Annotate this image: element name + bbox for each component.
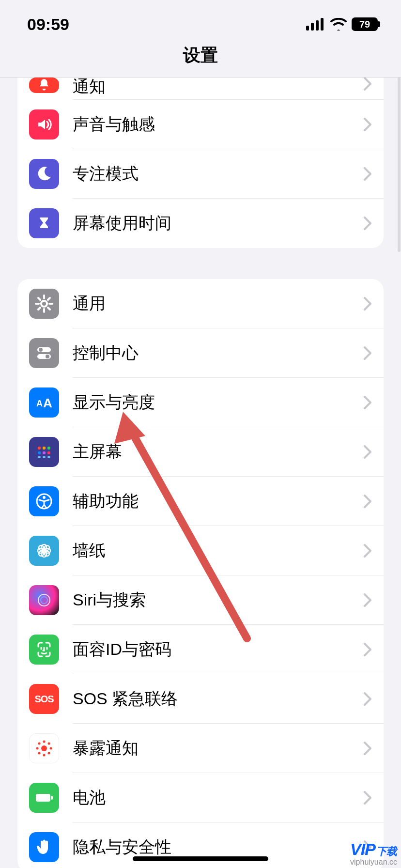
row-sounds[interactable]: 声音与触感	[17, 100, 384, 149]
gear-icon	[29, 289, 59, 319]
svg-point-49	[48, 743, 50, 745]
row-battery[interactable]: 电池	[17, 773, 384, 822]
chevron-right-icon	[363, 296, 372, 311]
svg-point-39	[38, 594, 50, 606]
chevron-right-icon	[363, 395, 372, 410]
bell-icon	[29, 78, 59, 93]
svg-rect-1	[311, 23, 314, 31]
status-time: 09:59	[27, 15, 69, 34]
hand-icon	[29, 832, 59, 862]
svg-line-11	[48, 298, 50, 300]
row-sos[interactable]: SOS SOS 紧急联络	[17, 674, 384, 724]
row-screentime[interactable]: 屏幕使用时间	[17, 199, 384, 248]
row-label: 主屏幕	[73, 441, 363, 463]
svg-point-16	[46, 355, 49, 358]
row-label: 通知	[73, 78, 363, 98]
chevron-right-icon	[363, 642, 372, 657]
svg-rect-25	[38, 456, 41, 458]
row-general[interactable]: 通用	[17, 279, 384, 328]
chevron-right-icon	[363, 216, 372, 231]
row-label: 面容ID与密码	[73, 638, 363, 661]
svg-point-45	[43, 754, 46, 757]
row-label: Siri与搜索	[73, 589, 363, 611]
sos-icon: SOS	[29, 684, 59, 714]
row-faceid[interactable]: 面容ID与密码	[17, 625, 384, 674]
status-right: 79	[306, 17, 378, 31]
faceid-icon	[29, 635, 59, 665]
svg-point-44	[43, 741, 46, 743]
battery-indicator: 79	[352, 17, 378, 31]
svg-line-9	[38, 298, 40, 300]
watermark-text-1b: 下载	[376, 846, 397, 857]
row-label: 电池	[73, 787, 363, 809]
row-wallpaper[interactable]: 墙纸	[17, 526, 384, 575]
svg-rect-22	[38, 451, 41, 454]
svg-text:A: A	[36, 399, 43, 408]
page-title: 设置	[183, 44, 218, 67]
svg-rect-23	[43, 451, 46, 454]
settings-group-1: 通知 声音与触感 专注模式 屏幕使用时间	[17, 78, 384, 248]
row-control-center[interactable]: 控制中心	[17, 328, 384, 378]
row-exposure[interactable]: 暴露通知	[17, 724, 384, 773]
svg-rect-20	[43, 447, 46, 450]
watermark-text-1a: VIP	[350, 841, 375, 857]
speaker-icon	[29, 109, 59, 140]
row-accessibility[interactable]: 辅助功能	[17, 477, 384, 526]
chevron-right-icon	[363, 741, 372, 756]
accessibility-icon	[29, 486, 59, 516]
svg-point-43	[41, 745, 47, 751]
battery-percent: 79	[359, 19, 370, 30]
wallpaper-icon	[29, 536, 59, 566]
hourglass-icon	[29, 208, 59, 238]
settings-content: 通知 声音与触感 专注模式 屏幕使用时间	[0, 78, 401, 868]
row-label: SOS 紧急联络	[73, 688, 363, 710]
svg-text:A: A	[43, 396, 52, 410]
chevron-right-icon	[363, 445, 372, 459]
row-siri[interactable]: Siri与搜索	[17, 575, 384, 625]
svg-point-50	[38, 752, 41, 755]
row-home-screen[interactable]: 主屏幕	[17, 427, 384, 477]
scrollbar[interactable]	[398, 78, 401, 252]
row-label: 控制中心	[73, 342, 363, 364]
svg-rect-2	[316, 20, 319, 31]
svg-rect-3	[321, 18, 324, 31]
wifi-icon	[330, 18, 347, 31]
chevron-right-icon	[363, 167, 372, 181]
svg-rect-24	[47, 451, 50, 454]
watermark-text-2: viphuiyuan.cc	[350, 858, 397, 866]
row-notifications[interactable]: 通知	[17, 78, 384, 100]
chevron-right-icon	[363, 78, 372, 91]
row-label: 暴露通知	[73, 737, 363, 760]
svg-rect-52	[36, 794, 50, 802]
chevron-right-icon	[363, 117, 372, 132]
row-display[interactable]: AA 显示与亮度	[17, 378, 384, 427]
svg-line-10	[48, 308, 50, 310]
row-focus[interactable]: 专注模式	[17, 149, 384, 199]
siri-icon	[29, 585, 59, 615]
svg-point-29	[43, 496, 46, 499]
chevron-right-icon	[363, 494, 372, 509]
svg-point-40	[41, 597, 47, 604]
row-label: 隐私与安全性	[73, 836, 363, 858]
svg-rect-27	[47, 456, 50, 458]
svg-rect-0	[306, 26, 309, 31]
row-label: 屏幕使用时间	[73, 212, 363, 234]
row-label: 墙纸	[73, 540, 363, 562]
chevron-right-icon	[363, 593, 372, 607]
svg-point-47	[50, 747, 52, 750]
moon-icon	[29, 159, 59, 189]
home-indicator[interactable]	[133, 856, 268, 861]
row-label: 辅助功能	[73, 490, 363, 512]
svg-rect-21	[47, 447, 50, 450]
cellular-icon	[306, 18, 325, 31]
svg-point-46	[36, 747, 39, 750]
settings-group-2: 通用 控制中心 AA 显示与亮度	[17, 279, 384, 868]
switches-icon	[29, 338, 59, 368]
chevron-right-icon	[363, 692, 372, 706]
watermark: VIP 下载 viphuiyuan.cc	[350, 841, 397, 866]
status-bar: 09:59 79	[0, 0, 401, 44]
svg-point-4	[41, 301, 47, 307]
chevron-right-icon	[363, 790, 372, 805]
chevron-right-icon	[363, 543, 372, 558]
svg-point-48	[38, 743, 41, 745]
